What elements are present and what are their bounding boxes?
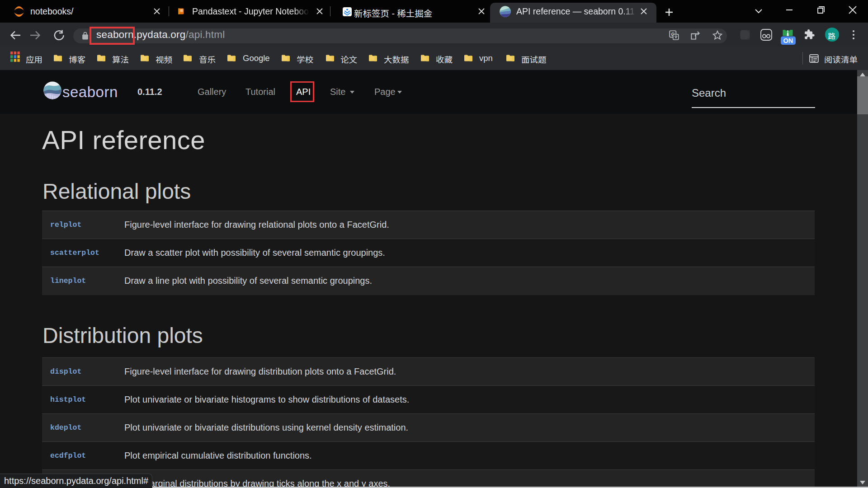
svg-text:ON: ON	[783, 37, 793, 44]
